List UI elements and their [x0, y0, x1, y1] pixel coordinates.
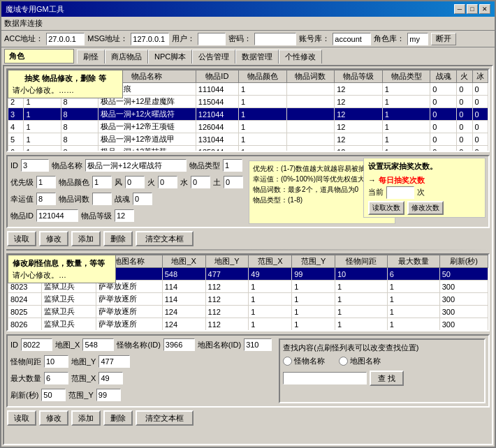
table-row[interactable]: 318极品一洞+12火曜战符1210441121000	[8, 108, 488, 121]
water-input[interactable]	[191, 176, 210, 188]
soul-input[interactable]	[133, 193, 152, 205]
connect-button[interactable]: 断开	[431, 33, 456, 45]
table-cell: 极品一洞+12菱技装	[98, 146, 196, 153]
name-input[interactable]	[85, 159, 187, 172]
table-cell: 1	[292, 318, 335, 331]
close-button[interactable]: ✕	[479, 4, 490, 14]
table-row[interactable]: 8027监狱卫兵萨举放逐所1341121111300	[8, 331, 488, 332]
table-cell: 8026	[8, 318, 42, 331]
table-cell: 1	[382, 146, 430, 153]
item-add-button[interactable]: 添加	[71, 231, 101, 246]
itemid-label: 物品ID	[10, 211, 34, 221]
table-cell: 萨举放逐所	[96, 306, 163, 318]
table-cell: 1	[387, 293, 439, 306]
table-row[interactable]: 518极品一洞+12帝道战甲1310441121000	[8, 133, 488, 146]
table-cell: 12	[335, 96, 383, 108]
pwd-label: 密码：	[228, 33, 251, 44]
table-row[interactable]: 8026监狱卫兵萨举放逐所1241121111300	[8, 318, 488, 331]
search-input[interactable]	[283, 372, 367, 384]
m-dist-input[interactable]	[44, 355, 68, 368]
radio-map[interactable]: 地图名称	[339, 356, 381, 366]
table-cell: 0	[472, 146, 488, 153]
tab-data[interactable]: 数据管理	[235, 50, 279, 64]
pwd-input[interactable]	[254, 33, 296, 45]
item-detail-left: ID 物品名称 物品类型 优先级 物品颜色 风 火	[10, 159, 243, 224]
lottery-modify-button[interactable]: 修改次数	[407, 201, 444, 215]
earth-input[interactable]	[224, 176, 243, 188]
search-input-row: 查 找	[283, 371, 481, 386]
lottery-current-input[interactable]	[386, 186, 414, 199]
lottery-read-button[interactable]: 读取次数	[368, 201, 404, 215]
table-cell: 12	[335, 83, 383, 96]
table-cell: 124	[162, 306, 205, 318]
col-words: 物品词数	[286, 70, 335, 83]
item-clear-button[interactable]: 清空文本框	[136, 231, 194, 246]
color-input[interactable]	[92, 176, 112, 188]
m-rangey-input[interactable]	[96, 389, 121, 401]
m-mapname-label: 地图名称(ID)	[198, 340, 241, 350]
m-max-input[interactable]	[44, 372, 68, 384]
monster-modify-button[interactable]: 修改	[39, 410, 68, 426]
m-id-row: ID 地图_X 怪物名称(ID) 地图名称(ID)	[10, 338, 272, 351]
luck-input[interactable]	[36, 193, 56, 205]
user-input[interactable]	[198, 33, 226, 45]
table-cell: 1	[387, 331, 439, 332]
itemid-input[interactable]	[36, 209, 78, 222]
radio-monster[interactable]: 怪物名称	[283, 356, 325, 366]
title-bar: 魔域专用GM工具 ─ □ ✕	[1, 1, 495, 17]
acc-input[interactable]	[46, 33, 85, 45]
monster-delete-button[interactable]: 删除	[103, 410, 133, 426]
item-read-button[interactable]: 读取	[7, 231, 36, 246]
m-rangex-input[interactable]	[99, 372, 123, 384]
radio-monster-input[interactable]	[283, 357, 292, 366]
minimize-button[interactable]: ─	[454, 4, 465, 14]
db-input[interactable]	[333, 33, 371, 45]
type-input[interactable]	[223, 159, 242, 172]
table-row[interactable]: 418极品一洞+12帝王项链1260441121000	[8, 121, 488, 133]
table-cell: 监狱卫兵	[42, 331, 96, 332]
item-modify-button[interactable]: 修改	[39, 231, 68, 246]
table-cell: 12	[335, 121, 383, 133]
tab-shuaiguai[interactable]: 刷怪	[77, 50, 105, 64]
lottery-current-row: 当前 次	[368, 186, 481, 199]
search-button[interactable]: 查 找	[370, 371, 404, 386]
table-cell: 极品一洞+12火曜战符	[98, 108, 196, 121]
col-itemid: 物品ID	[196, 70, 238, 83]
m-mapy-input[interactable]	[99, 355, 130, 368]
lottery-buttons: 读取次数 修改次数	[368, 201, 481, 215]
pri-input[interactable]	[36, 176, 56, 188]
menu-item-database[interactable]: 数据库连接	[4, 19, 43, 27]
level-input[interactable]	[115, 209, 134, 222]
m-id-input[interactable]	[21, 338, 52, 351]
m-monstername-input[interactable]	[163, 338, 195, 351]
table-cell: 萨举放逐所	[96, 318, 163, 331]
msg-input[interactable]	[131, 33, 169, 45]
table-row[interactable]: 618极品一洞+12菱技装1350441121000	[8, 146, 488, 153]
words-input[interactable]	[92, 193, 112, 205]
radio-map-input[interactable]	[339, 357, 348, 366]
m-refresh-input[interactable]	[41, 389, 66, 401]
tab-shop[interactable]: 商店物品	[105, 50, 148, 64]
table-row[interactable]: 8025监狱卫兵萨举放逐所1241121111300	[8, 306, 488, 318]
id-label: ID	[10, 161, 18, 170]
items-warning-body: 请小心修改。……	[13, 84, 118, 96]
table-cell: 477	[205, 268, 249, 281]
m-mapname-input[interactable]	[244, 338, 272, 351]
id-input[interactable]	[21, 159, 49, 172]
tab-personal[interactable]: 个性修改	[279, 50, 322, 64]
table-cell: 1	[238, 96, 286, 108]
m-refresh-row: 刷新(秒) 范围_Y	[10, 389, 272, 401]
maximize-button[interactable]: □	[467, 4, 478, 14]
monster-clear-button[interactable]: 清空文本框	[136, 410, 194, 426]
tab-npc[interactable]: NPC脚本	[148, 50, 192, 64]
monster-read-button[interactable]: 读取	[7, 410, 36, 426]
tab-notice[interactable]: 公告管理	[192, 50, 235, 64]
m-mapx-input[interactable]	[82, 338, 114, 351]
fire-input[interactable]	[158, 176, 177, 188]
wind-input[interactable]	[125, 176, 145, 188]
table-row[interactable]: 8024监狱卫兵萨举放逐所1141121111300	[8, 293, 488, 306]
item-delete-button[interactable]: 删除	[103, 231, 133, 246]
m-col-ry: 范围_Y	[292, 255, 335, 268]
monster-add-button[interactable]: 添加	[71, 410, 101, 426]
role-input[interactable]	[407, 33, 428, 45]
